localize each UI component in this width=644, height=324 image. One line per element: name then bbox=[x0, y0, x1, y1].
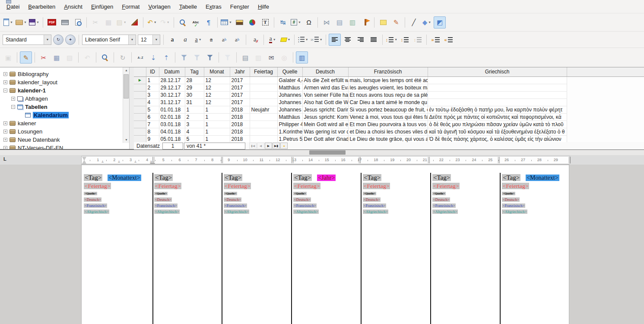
highlight-color-dropdown[interactable]: ▼ bbox=[288, 38, 291, 41]
grid-cell[interactable]: Si vous portez beaucoup de fruit, c bbox=[348, 106, 428, 113]
clear-formatting-button[interactable]: a bbox=[249, 34, 261, 46]
column-header-empty[interactable] bbox=[567, 67, 644, 76]
grid-cell[interactable]: 12 bbox=[204, 84, 230, 91]
grid-cell[interactable]: ἐν τούτῳ ἐδοξάσθη ὁ πατήρ μου, ἵνα καρπὸ… bbox=[428, 106, 567, 113]
row-selector[interactable] bbox=[134, 121, 146, 128]
form-based-filters-button[interactable] bbox=[191, 51, 203, 64]
redo-dropdown[interactable]: ▼ bbox=[167, 21, 170, 24]
insert-endnote-button[interactable]: ▥ bbox=[346, 16, 358, 29]
tab-stop-mark[interactable]: ┴ bbox=[118, 161, 120, 164]
grid-cell[interactable]: 9 bbox=[146, 135, 159, 142]
menu-fenster[interactable]: Fenster bbox=[226, 2, 253, 12]
line-spacing-dropdown[interactable]: ▼ bbox=[394, 38, 397, 41]
quelle-field[interactable]: <Quelle> bbox=[84, 192, 97, 195]
decrease-indent-button[interactable] bbox=[442, 34, 454, 46]
cut-button[interactable]: ✂ bbox=[38, 51, 50, 64]
column-header-feiertag[interactable]: Feiertag bbox=[250, 67, 277, 76]
font-name-combo[interactable]: Liberation Serif ▼ bbox=[82, 35, 136, 45]
new-style-button[interactable]: ✦ bbox=[65, 35, 76, 45]
sidebar-item-tabellen[interactable]: −Tabellen bbox=[0, 103, 129, 111]
grid-cell[interactable]: 2018 bbox=[230, 106, 250, 113]
grid-cell[interactable]: 30.12.17 bbox=[159, 91, 185, 98]
deutsch-field[interactable]: <Deutsch> bbox=[293, 197, 311, 202]
paste-dropdown[interactable]: ▼ bbox=[124, 21, 127, 24]
chevron-down-icon[interactable]: ▼ bbox=[128, 35, 136, 44]
grid-cell[interactable]: Car Dieu a tant aimé le monde qu bbox=[348, 98, 428, 106]
quelle-field[interactable]: <Quelle> bbox=[432, 192, 446, 195]
tag-field[interactable]: <Tag> bbox=[224, 174, 242, 181]
grid-cell[interactable]: 04.01.18 bbox=[159, 128, 185, 135]
insert-chart-button[interactable] bbox=[246, 16, 258, 29]
row-selector[interactable] bbox=[134, 84, 146, 91]
grid-cell[interactable]: 4 bbox=[146, 98, 159, 106]
grid-cell[interactable]: Johannes bbox=[277, 106, 302, 113]
update-style-button[interactable]: ↻ bbox=[53, 35, 63, 45]
horizontal-ruler[interactable]: 1234567891011121314151617181920212223242… bbox=[81, 156, 570, 164]
grid-cell[interactable]: Von seiner Fülle hab bbox=[302, 91, 348, 98]
grid-cell[interactable]: 2 bbox=[185, 113, 204, 121]
unordered-list-dropdown[interactable]: ▼ bbox=[305, 38, 308, 41]
clone-formatting-button[interactable] bbox=[128, 16, 140, 29]
grid-cell[interactable]: 4 bbox=[185, 128, 204, 135]
grid-cell[interactable]: Jesus spricht: Komm bbox=[302, 113, 348, 121]
quelle-field[interactable]: <Quelle> bbox=[154, 192, 168, 195]
grid-cell[interactable]: 1 bbox=[204, 128, 230, 135]
altgriechisch-field[interactable]: <Altgriechisch> bbox=[84, 210, 109, 214]
menu-bearbeiten[interactable]: Bearbeiten bbox=[24, 2, 59, 12]
copy-button[interactable]: ▦ bbox=[51, 51, 63, 64]
sidebar-item-kalendarium[interactable]: Kalendarium bbox=[0, 111, 129, 119]
altgriechisch-field[interactable]: <Altgriechisch> bbox=[363, 210, 388, 214]
new-document-dropdown[interactable]: ▼ bbox=[10, 21, 13, 24]
grid-cell[interactable]: Als die Zeit erfüllt w bbox=[302, 76, 348, 84]
tag-field[interactable]: <Tag> bbox=[84, 174, 102, 181]
document-page[interactable]: <Tag><Monattext><Feiertag><Quelle><Deuts… bbox=[81, 165, 569, 324]
undo-dropdown[interactable]: ▼ bbox=[154, 21, 157, 24]
increase-paragraph-spacing-button[interactable] bbox=[399, 34, 411, 46]
column-header-jahr[interactable]: Jahr bbox=[230, 67, 250, 76]
italic-button[interactable]: a bbox=[179, 34, 191, 46]
altgriechisch-field[interactable]: <Altgriechisch> bbox=[432, 210, 458, 214]
feiertag-field[interactable]: <Feiertag> bbox=[224, 183, 251, 189]
increase-indent-button[interactable] bbox=[429, 34, 441, 46]
scroll-up-icon[interactable]: ▲ bbox=[123, 67, 130, 73]
menu-ansicht[interactable]: Ansicht bbox=[60, 2, 86, 12]
autofilter-button[interactable] bbox=[178, 51, 190, 64]
line-spacing-button[interactable]: ▼ bbox=[385, 34, 398, 46]
grid-cell[interactable] bbox=[250, 98, 277, 106]
grid-cell[interactable] bbox=[250, 91, 277, 98]
sidebar-item-abfragen[interactable]: +Abfragen bbox=[0, 95, 129, 103]
column-header-griechisch[interactable]: Griechisch bbox=[428, 67, 567, 76]
grid-cell[interactable]: Armen wird das Eva bbox=[302, 84, 348, 91]
grid-cell[interactable]: Δεῦτε πρός με πάντες οἱ κοπιῶντες καὶ πε… bbox=[428, 113, 567, 121]
grid-cell[interactable]: Ὁ δὲ θεός πάσης χάριτος, ὁ καλέσας ὑμᾶς … bbox=[428, 135, 567, 142]
tree-scrollbar[interactable]: ▲ ▼ bbox=[123, 67, 129, 143]
column-header-id[interactable]: ID bbox=[146, 67, 159, 76]
record-number-input[interactable]: 1 bbox=[162, 143, 183, 149]
sidebar-item-kalender-1[interactable]: −kalender-1 bbox=[0, 86, 129, 95]
horizontal-scrollbar-thumb[interactable] bbox=[309, 150, 346, 155]
grid-cell[interactable]: 1 bbox=[185, 106, 204, 113]
grid-cell[interactable]: 28 bbox=[185, 76, 204, 84]
insert-hyperlink-button[interactable]: ⋈ bbox=[320, 16, 333, 29]
deutsch-field[interactable]: <Deutsch> bbox=[432, 197, 450, 202]
franzoesisch-field[interactable]: <Französisch> bbox=[293, 203, 317, 208]
grid-cell[interactable]: 1 bbox=[204, 121, 230, 128]
grid-cell[interactable]: 1 bbox=[204, 113, 230, 121]
row-selector[interactable] bbox=[134, 113, 146, 121]
expand-icon[interactable]: + bbox=[11, 97, 15, 101]
grid-cell[interactable]: 3 bbox=[185, 121, 204, 128]
column-header-deutsch[interactable]: Deutsch bbox=[302, 67, 348, 76]
underline-dropdown[interactable]: ▼ bbox=[199, 38, 202, 41]
font-size-combo[interactable]: 12 ▼ bbox=[138, 35, 160, 45]
underline-button[interactable]: a▼ bbox=[192, 34, 204, 46]
spelling-button[interactable]: Abc bbox=[190, 16, 202, 29]
sidebar-item-bibliography[interactable]: +Bibliography bbox=[0, 70, 129, 78]
basic-shapes-dropdown[interactable]: ▼ bbox=[428, 21, 431, 24]
explorer-on-off-button[interactable]: ▥ bbox=[296, 51, 308, 64]
grid-cell[interactable]: ὁ δὲ θεός μου πληρώσει πᾶσαν χρείαν ὑμῶν… bbox=[428, 121, 567, 128]
grid-cell[interactable]: Johannes bbox=[277, 98, 302, 106]
insert-text-box-button[interactable]: T bbox=[259, 16, 271, 29]
expand-icon[interactable]: + bbox=[3, 121, 7, 125]
tab-stop-selector[interactable]: L bbox=[3, 156, 6, 162]
save-dropdown[interactable]: ▼ bbox=[36, 21, 39, 24]
